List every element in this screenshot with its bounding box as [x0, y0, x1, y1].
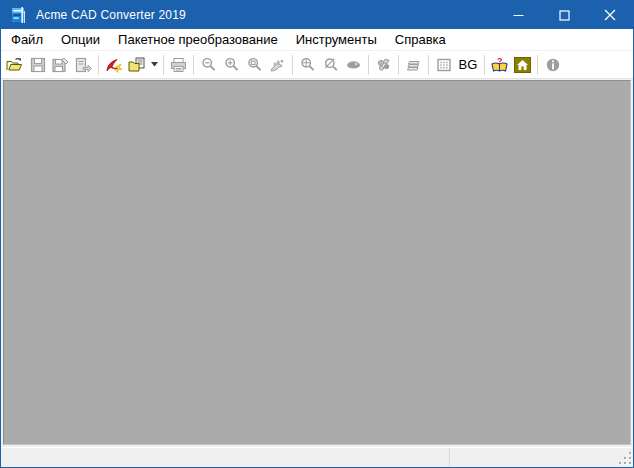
app-window: Acme CAD Converter 2019 Файл Опц [0, 0, 634, 468]
pan-button[interactable] [266, 53, 289, 77]
menu-help[interactable]: Справка [386, 29, 455, 50]
toolbar-separator [398, 55, 399, 75]
maximize-button[interactable] [541, 1, 587, 29]
resize-grip[interactable] [618, 452, 631, 465]
client-area[interactable] [3, 80, 631, 445]
open-file-button[interactable] [3, 53, 26, 77]
open-folder-icon [6, 57, 24, 73]
title-bar: Acme CAD Converter 2019 [1, 1, 633, 29]
toolbar-separator [484, 55, 485, 75]
convert-pdf-icon [105, 57, 123, 73]
batch-convert-dropdown[interactable] [148, 53, 160, 77]
help-button[interactable]: ? [488, 53, 511, 77]
zoom-window-button[interactable] [243, 53, 266, 77]
status-pane-left [1, 448, 450, 467]
menu-batch-conversion[interactable]: Пакетное преобразование [109, 29, 287, 50]
export-icon [75, 57, 92, 73]
print-icon [170, 57, 187, 73]
convert-pdf-button[interactable] [102, 53, 125, 77]
zoom-out-icon [201, 57, 217, 73]
zoom-object-icon [323, 57, 339, 73]
menu-file[interactable]: Файл [2, 29, 52, 50]
grid-button[interactable] [432, 53, 455, 77]
minimize-button[interactable] [495, 1, 541, 29]
zoom-out-button[interactable] [197, 53, 220, 77]
batch-convert-icon [128, 57, 146, 73]
close-icon [604, 9, 616, 21]
maximize-icon [559, 10, 570, 21]
chevron-down-icon [151, 62, 158, 67]
menu-bar: Файл Опции Пакетное преобразование Инстр… [1, 29, 633, 51]
birdseye-view-icon [345, 57, 362, 73]
toolbar-separator [537, 55, 538, 75]
toolbar: BG ? [1, 51, 633, 79]
render-button[interactable] [372, 53, 395, 77]
toolbar-separator [98, 55, 99, 75]
minimize-icon [513, 10, 524, 21]
toolbar-separator [163, 55, 164, 75]
svg-text:?: ? [497, 56, 503, 66]
toolbar-separator [292, 55, 293, 75]
home-button[interactable] [511, 53, 534, 77]
window-title: Acme CAD Converter 2019 [36, 8, 186, 22]
zoom-in-button[interactable] [220, 53, 243, 77]
help-book-icon: ? [490, 56, 509, 73]
zoom-object-button[interactable] [319, 53, 342, 77]
zoom-extents-button[interactable] [296, 53, 319, 77]
background-color-toggle-button[interactable]: BG [455, 53, 481, 77]
zoom-in-icon [224, 57, 240, 73]
toolbar-separator [428, 55, 429, 75]
menu-tools[interactable]: Инструменты [287, 29, 386, 50]
info-icon [545, 57, 561, 73]
batch-convert-button[interactable] [125, 53, 148, 77]
info-button[interactable] [541, 53, 564, 77]
status-bar [1, 447, 633, 467]
save-icon [30, 57, 46, 73]
zoom-extents-icon [300, 57, 316, 73]
pan-icon [269, 57, 286, 73]
layers-icon [405, 57, 423, 73]
close-button[interactable] [587, 1, 633, 29]
print-button[interactable] [167, 53, 190, 77]
zoom-window-icon [247, 57, 263, 73]
grid-icon [436, 57, 452, 73]
birdseye-view-button[interactable] [342, 53, 365, 77]
menu-options[interactable]: Опции [52, 29, 109, 50]
client-area-frame [1, 79, 633, 447]
toolbar-separator [193, 55, 194, 75]
export-button[interactable] [72, 53, 95, 77]
render-icon [375, 57, 392, 73]
toolbar-separator [368, 55, 369, 75]
app-icon [11, 7, 27, 23]
home-icon [514, 57, 531, 73]
save-button[interactable] [26, 53, 49, 77]
save-as-icon [52, 57, 69, 73]
save-as-button[interactable] [49, 53, 72, 77]
layers-button[interactable] [402, 53, 425, 77]
status-pane-right [450, 448, 633, 467]
